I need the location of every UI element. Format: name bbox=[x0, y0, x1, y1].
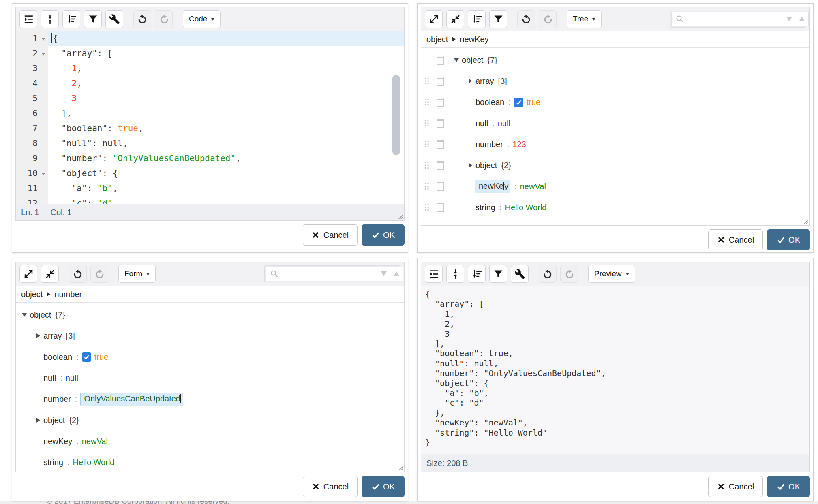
mode-dropdown[interactable]: Preview bbox=[588, 265, 635, 283]
field-value[interactable]: newVal bbox=[520, 182, 546, 191]
ok-button[interactable]: OK bbox=[767, 476, 810, 497]
expand-caret-icon[interactable] bbox=[19, 313, 30, 317]
redo-button[interactable] bbox=[560, 265, 578, 283]
transform-button[interactable] bbox=[511, 265, 529, 283]
drag-handle-icon[interactable] bbox=[424, 77, 429, 85]
row-menu-icon[interactable] bbox=[437, 98, 444, 107]
redo-button[interactable] bbox=[155, 10, 173, 28]
drag-handle-icon[interactable] bbox=[424, 120, 429, 127]
expand-all-button[interactable] bbox=[19, 265, 37, 283]
undo-button[interactable] bbox=[133, 10, 151, 28]
field-value[interactable]: true bbox=[527, 98, 540, 107]
row-menu-icon[interactable] bbox=[437, 140, 444, 149]
field-name[interactable]: null bbox=[475, 119, 488, 128]
search-input[interactable] bbox=[687, 15, 783, 24]
filter-button[interactable] bbox=[489, 265, 507, 283]
field-value[interactable]: true bbox=[94, 352, 108, 362]
menu-cell bbox=[437, 182, 451, 191]
expand-caret-icon[interactable] bbox=[451, 58, 462, 62]
mode-dropdown[interactable]: Code bbox=[183, 10, 221, 28]
vertical-scrollbar-thumb[interactable] bbox=[392, 75, 400, 155]
row-menu-icon[interactable] bbox=[437, 203, 444, 212]
boolean-checkbox[interactable] bbox=[82, 352, 91, 362]
format-button[interactable] bbox=[425, 265, 443, 283]
row-menu-icon[interactable] bbox=[437, 56, 444, 65]
fold-caret-icon[interactable] bbox=[41, 173, 45, 175]
sort-button[interactable] bbox=[468, 265, 486, 283]
tree-row: number : OnlyValuesCanBeUpdated bbox=[16, 389, 404, 410]
search-next-icon[interactable] bbox=[786, 17, 792, 21]
field-value[interactable]: Hello World bbox=[505, 203, 546, 212]
field-name[interactable]: object bbox=[462, 56, 483, 65]
search-next-icon[interactable] bbox=[381, 271, 387, 276]
field-name[interactable]: number bbox=[475, 140, 503, 149]
cancel-button[interactable]: Cancel bbox=[708, 229, 763, 250]
ok-button[interactable]: OK bbox=[362, 224, 405, 246]
field-name[interactable]: string bbox=[475, 203, 495, 212]
field-value[interactable]: 123 bbox=[512, 140, 526, 149]
field-name[interactable]: array bbox=[475, 77, 494, 86]
search-prev-icon[interactable] bbox=[394, 271, 399, 276]
mode-dropdown[interactable]: Form bbox=[118, 265, 156, 283]
collapse-all-button[interactable] bbox=[41, 265, 59, 283]
drag-handle-icon[interactable] bbox=[424, 162, 429, 169]
drag-handle-icon[interactable] bbox=[424, 141, 429, 148]
expand-caret-icon[interactable] bbox=[465, 79, 475, 83]
code-token-value: "b" bbox=[97, 184, 113, 193]
field-value[interactable]: null bbox=[66, 374, 78, 383]
filter-button[interactable] bbox=[84, 10, 102, 28]
redo-button[interactable] bbox=[90, 265, 108, 283]
undo-button[interactable] bbox=[539, 265, 557, 283]
field-value[interactable]: null bbox=[498, 119, 510, 128]
search-prev-icon[interactable] bbox=[799, 17, 805, 21]
transform-button[interactable] bbox=[105, 10, 123, 28]
redo-button[interactable] bbox=[539, 10, 557, 28]
drag-handle-icon[interactable] bbox=[424, 204, 429, 211]
code-line-text: "array": [ bbox=[48, 46, 404, 61]
code-line: 5 3 bbox=[16, 91, 404, 106]
field-name: object bbox=[30, 310, 51, 320]
compact-button[interactable] bbox=[446, 265, 464, 283]
field-name-text: y bbox=[504, 182, 508, 190]
ok-button[interactable]: OK bbox=[362, 476, 405, 497]
field-name[interactable]: boolean bbox=[475, 98, 504, 107]
cancel-button[interactable]: Cancel bbox=[303, 476, 358, 497]
row-menu-icon[interactable] bbox=[437, 77, 444, 86]
cancel-button[interactable]: Cancel bbox=[303, 224, 358, 246]
resize-grip-icon[interactable] bbox=[803, 218, 809, 224]
expand-caret-icon[interactable] bbox=[33, 418, 43, 423]
sort-button[interactable] bbox=[62, 10, 80, 28]
sort-button[interactable] bbox=[468, 10, 486, 28]
drag-handle-icon[interactable] bbox=[424, 183, 429, 190]
expand-caret-icon[interactable] bbox=[33, 333, 43, 338]
expand-all-button[interactable] bbox=[425, 10, 443, 28]
field-value[interactable]: Hello World bbox=[73, 458, 114, 467]
mode-dropdown[interactable]: Tree bbox=[567, 10, 602, 28]
filter-button[interactable] bbox=[489, 10, 507, 28]
expand-caret-icon[interactable] bbox=[465, 163, 475, 168]
fold-caret-icon[interactable] bbox=[41, 38, 45, 41]
fold-caret-icon[interactable] bbox=[41, 53, 45, 56]
code-token bbox=[51, 94, 72, 103]
cancel-button[interactable]: Cancel bbox=[708, 476, 763, 497]
resize-grip-icon[interactable] bbox=[397, 214, 403, 220]
search-box bbox=[670, 11, 806, 28]
collapse-all-button[interactable] bbox=[446, 10, 464, 28]
ok-button[interactable]: OK bbox=[767, 229, 810, 250]
code-area[interactable]: 1 { 2 "array": [ 3 1, 4 2, 5 3 6 bbox=[16, 31, 404, 204]
field-name[interactable]: object bbox=[475, 161, 497, 170]
drag-handle-icon[interactable] bbox=[424, 98, 429, 106]
format-button[interactable] bbox=[19, 10, 37, 28]
resize-grip-icon[interactable] bbox=[397, 465, 403, 471]
field-value-editing[interactable]: OnlyValuesCanBeUpdated bbox=[80, 393, 183, 406]
row-menu-icon[interactable] bbox=[437, 182, 444, 191]
undo-button[interactable] bbox=[517, 10, 535, 28]
row-menu-icon[interactable] bbox=[437, 119, 444, 128]
field-value[interactable]: newVal bbox=[82, 437, 108, 446]
boolean-checkbox[interactable] bbox=[514, 98, 523, 107]
compact-button[interactable] bbox=[41, 10, 59, 28]
search-input[interactable] bbox=[282, 269, 378, 279]
field-name-editing[interactable]: newKey bbox=[475, 180, 510, 193]
undo-button[interactable] bbox=[69, 265, 87, 283]
row-menu-icon[interactable] bbox=[437, 161, 444, 170]
